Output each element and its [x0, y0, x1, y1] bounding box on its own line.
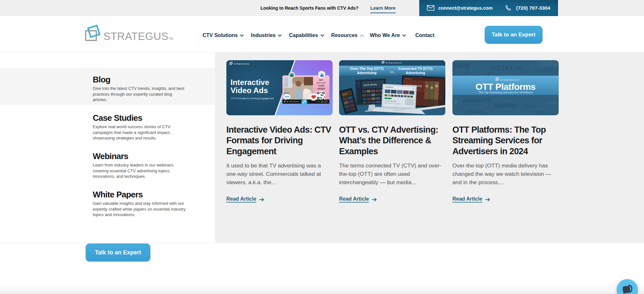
svg-text:plex: plex — [456, 106, 463, 110]
svg-text:CTV Formats for Driving Engage: CTV Formats for Driving Engagement — [231, 97, 274, 100]
svg-text:fubo: fubo — [522, 70, 530, 74]
svg-text:Interactive: Interactive — [231, 78, 269, 87]
svg-text:Prime: Prime — [537, 110, 547, 114]
svg-text:Video Ads: Video Ads — [231, 86, 268, 95]
svg-text:philo: philo — [548, 100, 558, 105]
svg-text:Advertising: Advertising — [357, 71, 377, 75]
svg-text:NETFLIX: NETFLIX — [491, 65, 522, 72]
svg-text:pluto: pluto — [524, 103, 535, 108]
svg-text:tubi: tubi — [464, 71, 470, 75]
svg-text:youtubeTV: youtubeTV — [462, 97, 490, 103]
svg-text:hulu: hulu — [540, 60, 558, 68]
svg-text:STRATEGUS: STRATEGUS — [385, 62, 402, 64]
svg-text:Advertising: Advertising — [406, 71, 425, 75]
svg-text:The Top Streaming Services for: The Top Streaming Services for Advertise… — [478, 91, 533, 94]
svg-text:STRATEGUS: STRATEGUS — [234, 63, 249, 65]
svg-text:ORDER: ORDER — [317, 88, 325, 90]
svg-text:Connected TV (CTV): Connected TV (CTV) — [398, 67, 433, 71]
svg-text:Channel: Channel — [467, 109, 483, 114]
svg-text:sling: sling — [453, 61, 470, 69]
svg-text:YOUR: YOUR — [318, 85, 324, 87]
svg-text:25% OFF: 25% OFF — [316, 82, 326, 84]
svg-text:OTT Platforms: OTT Platforms — [476, 82, 535, 92]
svg-text:GET: GET — [319, 79, 324, 81]
svg-text:xumo: xumo — [494, 100, 516, 110]
svg-text:pluto: pluto — [485, 72, 492, 75]
svg-text:CRACKLE: CRACKLE — [535, 69, 552, 72]
svg-text:vs.: vs. — [390, 70, 395, 74]
svg-text:Over-The-Top (OTT): Over-The-Top (OTT) — [350, 67, 384, 71]
svg-text:STRATEGUS: STRATEGUS — [500, 79, 519, 81]
